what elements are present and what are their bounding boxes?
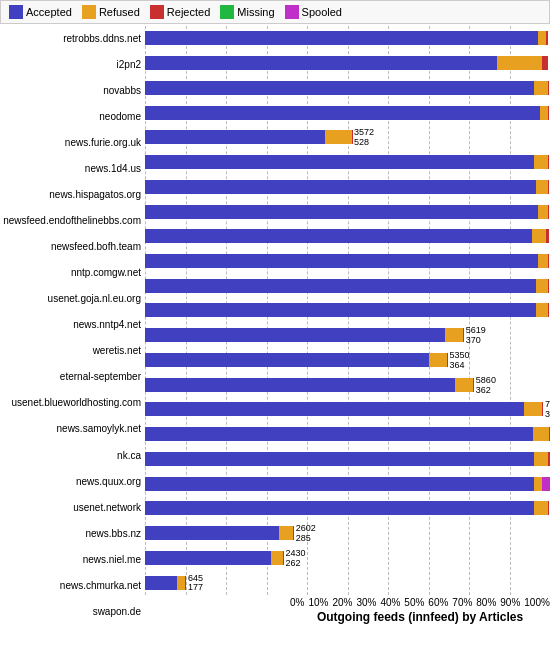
y-label: usenet.network bbox=[73, 503, 141, 513]
bar-accepted bbox=[145, 229, 532, 243]
legend-label-refused: Refused bbox=[99, 6, 140, 18]
y-label: news.chmurka.net bbox=[60, 581, 141, 591]
bar-row: 5350364 bbox=[145, 351, 550, 369]
bar-row: 7354398 bbox=[145, 178, 550, 196]
bar-accepted bbox=[145, 180, 536, 194]
legend-item-spooled: Spooled bbox=[285, 5, 342, 19]
y-label: i2pn2 bbox=[117, 60, 141, 70]
bar-inner bbox=[145, 155, 550, 169]
bar-refused bbox=[177, 576, 185, 590]
bar-row: 7416481 bbox=[145, 153, 550, 171]
y-labels: retrobbs.ddns.neti2pn2novabbsneodomenews… bbox=[0, 26, 145, 625]
bar-inner bbox=[145, 402, 550, 416]
bar-refused bbox=[429, 353, 447, 367]
bar-row: 7189372 bbox=[145, 301, 550, 319]
bar-refused bbox=[534, 501, 548, 515]
bar-inner bbox=[145, 56, 550, 70]
bars-wrapper: 7246704667765719722075277159542357252874… bbox=[145, 26, 550, 595]
y-label: news.bbs.nz bbox=[85, 529, 141, 539]
bar-accepted bbox=[145, 279, 536, 293]
bar-inner bbox=[145, 130, 550, 144]
bar-row: 67765719 bbox=[145, 54, 550, 72]
bar-value-label: 5619370 bbox=[466, 326, 486, 346]
y-label: neodome bbox=[99, 112, 141, 122]
bar-refused bbox=[445, 328, 463, 342]
bar-row: 7199352 bbox=[145, 450, 550, 468]
legend-item-missing: Missing bbox=[220, 5, 274, 19]
bar-refused bbox=[536, 303, 548, 317]
bar-refused bbox=[538, 31, 546, 45]
bar-rejected bbox=[548, 205, 549, 219]
bar-accepted bbox=[145, 378, 455, 392]
bar-accepted bbox=[145, 56, 497, 70]
x-tick: 90% bbox=[500, 597, 520, 608]
bar-row: 7468365 bbox=[145, 203, 550, 221]
x-tick: 70% bbox=[452, 597, 472, 608]
legend-label-rejected: Rejected bbox=[167, 6, 210, 18]
x-tick: 30% bbox=[356, 597, 376, 608]
bar-accepted bbox=[145, 130, 325, 144]
legend-label-accepted: Accepted bbox=[26, 6, 72, 18]
y-label: usenet.goja.nl.eu.org bbox=[48, 294, 141, 304]
y-label: newsfeed.endofthelinebbs.com bbox=[3, 216, 141, 226]
bar-refused bbox=[524, 402, 542, 416]
bar-inner bbox=[145, 303, 550, 317]
bar-value-label: 2602285 bbox=[296, 524, 316, 544]
x-tick: 50% bbox=[404, 597, 424, 608]
bar-row: 7385378 bbox=[145, 252, 550, 270]
bar-accepted bbox=[145, 427, 533, 441]
bar-rejected bbox=[447, 353, 448, 367]
bar-inner bbox=[145, 31, 550, 45]
y-label: news.quux.org bbox=[76, 477, 141, 487]
y-label: swapon.de bbox=[93, 607, 141, 617]
y-label: usenet.blueworldhosting.com bbox=[11, 398, 141, 408]
legend-item-accepted: Accepted bbox=[9, 5, 72, 19]
bar-rejected bbox=[473, 378, 474, 392]
bar-inner bbox=[145, 205, 550, 219]
y-label: novabbs bbox=[103, 86, 141, 96]
bar-rejected bbox=[542, 56, 548, 70]
bar-rejected bbox=[283, 551, 284, 565]
x-title: Outgoing feeds (innfeed) by Articles bbox=[290, 608, 550, 624]
bar-refused bbox=[325, 130, 351, 144]
bar-inner bbox=[145, 526, 550, 540]
bar-value-label: 7021358 bbox=[545, 400, 550, 420]
bar-refused bbox=[534, 477, 542, 491]
bar-refused bbox=[536, 180, 548, 194]
y-label: news.furie.org.uk bbox=[65, 138, 141, 148]
legend-item-refused: Refused bbox=[82, 5, 140, 19]
y-label: news.nntp4.net bbox=[73, 320, 141, 330]
bar-value-label: 5350364 bbox=[450, 351, 470, 371]
bar-inner bbox=[145, 81, 550, 95]
bar-rejected bbox=[548, 155, 549, 169]
bar-refused bbox=[534, 81, 548, 95]
bar-rejected bbox=[546, 229, 549, 243]
legend-color-refused bbox=[82, 5, 96, 19]
bar-accepted bbox=[145, 81, 534, 95]
bar-inner bbox=[145, 254, 550, 268]
bar-value-label: 2430262 bbox=[286, 549, 306, 569]
bar-spooled bbox=[542, 477, 550, 491]
bar-rejected bbox=[546, 31, 548, 45]
bar-row: 72467046 bbox=[145, 29, 550, 47]
bar-rejected bbox=[548, 106, 549, 120]
y-label: news.hispagatos.org bbox=[49, 190, 141, 200]
bar-inner bbox=[145, 353, 550, 367]
bar-accepted bbox=[145, 576, 177, 590]
bar-accepted bbox=[145, 31, 538, 45]
bar-accepted bbox=[145, 155, 534, 169]
bar-inner bbox=[145, 551, 550, 565]
bar-row: 7159542 bbox=[145, 104, 550, 122]
bar-accepted bbox=[145, 452, 534, 466]
y-label: retrobbs.ddns.net bbox=[63, 34, 141, 44]
bar-refused bbox=[271, 551, 283, 565]
bar-inner bbox=[145, 229, 550, 243]
legend-color-spooled bbox=[285, 5, 299, 19]
bar-accepted bbox=[145, 328, 445, 342]
bar-rejected bbox=[548, 501, 549, 515]
legend-color-rejected bbox=[150, 5, 164, 19]
bar-row: 5860362 bbox=[145, 376, 550, 394]
bar-refused bbox=[534, 155, 548, 169]
bar-rejected bbox=[293, 526, 294, 540]
y-label: news.niel.me bbox=[83, 555, 141, 565]
